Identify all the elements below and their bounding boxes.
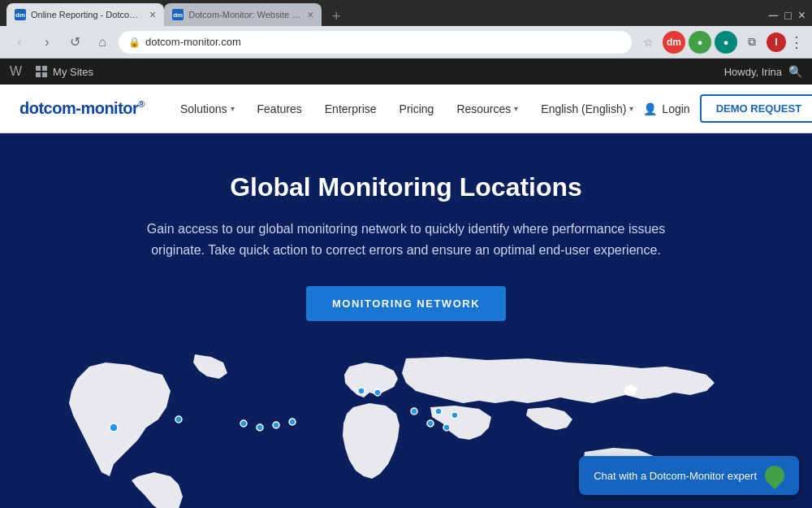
minimize-button[interactable]: ─ (769, 8, 778, 23)
login-label: Login (662, 102, 689, 115)
svg-point-9 (435, 408, 442, 415)
extension-icon-teal[interactable]: ● (715, 31, 737, 54)
main-nav-menu: Solutions ▾ Features Enterprise Pricing … (171, 96, 643, 122)
address-bar[interactable]: 🔒 dotcom-monitor.com (119, 31, 632, 54)
login-button[interactable]: 👤 Login (643, 102, 689, 115)
nav-item-features[interactable]: Features (248, 96, 312, 122)
site-navigation: dotcom-monitor® Solutions ▾ Features Ent… (0, 85, 812, 133)
user-icon: 👤 (643, 102, 657, 115)
svg-point-8 (411, 408, 417, 415)
svg-point-15 (273, 422, 279, 428)
browser-title-bar: dm Online Reporting - Dotcom-Mo... × dm … (0, 0, 812, 26)
svg-point-5 (175, 416, 182, 423)
nav-item-solutions[interactable]: Solutions ▾ (171, 96, 244, 122)
hero-subtitle: Gain access to our global monitoring net… (130, 219, 682, 260)
bookmark-icon[interactable]: ☆ (637, 31, 659, 54)
svg-point-6 (358, 388, 365, 394)
demo-request-button[interactable]: DEMO REQUEST (700, 94, 812, 123)
wp-admin-bar: W My Sites Howdy, Irina 🔍 (0, 59, 812, 85)
nav-item-resources[interactable]: Resources ▾ (447, 96, 528, 122)
browser-menu-icon[interactable]: ⋮ (789, 33, 804, 51)
svg-point-14 (257, 424, 263, 431)
active-tab[interactable]: dm Online Reporting - Dotcom-Mo... × (6, 3, 164, 26)
url-text: dotcom-monitor.com (145, 36, 241, 48)
monitoring-network-button[interactable]: MONITORING NETWORK (306, 286, 506, 321)
my-sites-icon (35, 65, 48, 78)
tab-favicon-1: dm (15, 9, 26, 20)
maximize-button[interactable]: □ (784, 9, 791, 22)
nav-item-enterprise[interactable]: Enterprise (315, 96, 387, 122)
forward-button[interactable]: › (36, 31, 58, 54)
chevron-down-icon: ▾ (231, 104, 235, 113)
svg-point-13 (240, 420, 247, 427)
logo-registered: ® (138, 99, 145, 109)
svg-point-10 (451, 412, 458, 419)
home-button[interactable]: ⌂ (91, 31, 114, 54)
site-logo[interactable]: dotcom-monitor® (19, 99, 145, 118)
chat-leaf-icon (761, 462, 788, 489)
nav-item-language[interactable]: English (English) ▾ (531, 96, 643, 122)
reload-button[interactable]: ↺ (63, 31, 86, 54)
svg-point-16 (289, 419, 296, 425)
hero-section: Global Monitoring Locations Gain access … (0, 133, 812, 508)
close-button[interactable]: × (798, 8, 806, 23)
svg-rect-1 (42, 66, 47, 71)
tab-title-1: Online Reporting - Dotcom-Mo... (31, 10, 145, 20)
nav-actions: 👤 Login DEMO REQUEST FREE TRIAL (643, 94, 812, 123)
chat-widget[interactable]: Chat with a Dotcom-Monitor expert (579, 456, 799, 495)
howdy-section: Howdy, Irina 🔍 (724, 65, 802, 78)
extensions-icon[interactable]: ⧉ (741, 31, 763, 54)
profile-icon-red[interactable]: dm (663, 31, 685, 54)
extension-icon-green[interactable]: ● (689, 31, 711, 54)
my-sites-menu[interactable]: My Sites (35, 65, 93, 78)
browser-controls-bar: ‹ › ↺ ⌂ 🔒 dotcom-monitor.com ☆ dm ● ● ⧉ … (0, 26, 812, 59)
profile-avatar-icon[interactable]: I (767, 33, 786, 52)
tab-close-1[interactable]: × (149, 8, 156, 21)
new-tab-button[interactable]: + (325, 7, 348, 26)
wordpress-logo[interactable]: W (10, 64, 22, 79)
svg-point-7 (374, 389, 381, 396)
howdy-text: Howdy, Irina (724, 66, 782, 78)
svg-rect-2 (36, 72, 41, 77)
my-sites-label: My Sites (53, 66, 93, 78)
hero-title: Global Monitoring Locations (230, 172, 582, 202)
inactive-tab[interactable]: dm Dotcom-Monitor: Website Moni... × (164, 3, 322, 26)
tab-favicon-2: dm (172, 9, 184, 20)
tab-close-2[interactable]: × (307, 8, 313, 21)
svg-rect-0 (36, 66, 41, 71)
nav-item-pricing[interactable]: Pricing (390, 96, 444, 122)
svg-point-12 (443, 424, 450, 431)
toolbar-icons: ☆ dm ● ● ⧉ I ⋮ (637, 31, 804, 54)
back-button[interactable]: ‹ (8, 31, 31, 54)
logo-text: dotcom-monitor (19, 99, 138, 117)
svg-rect-3 (42, 72, 47, 77)
search-icon-wp[interactable]: 🔍 (788, 65, 802, 78)
tab-title-2: Dotcom-Monitor: Website Moni... (188, 10, 302, 20)
svg-point-4 (110, 423, 118, 432)
lock-icon: 🔒 (128, 37, 140, 48)
svg-point-11 (427, 420, 434, 427)
chevron-down-icon-2: ▾ (514, 104, 518, 113)
chevron-down-icon-3: ▾ (629, 104, 633, 113)
chat-label: Chat with a Dotcom-Monitor expert (594, 470, 757, 482)
